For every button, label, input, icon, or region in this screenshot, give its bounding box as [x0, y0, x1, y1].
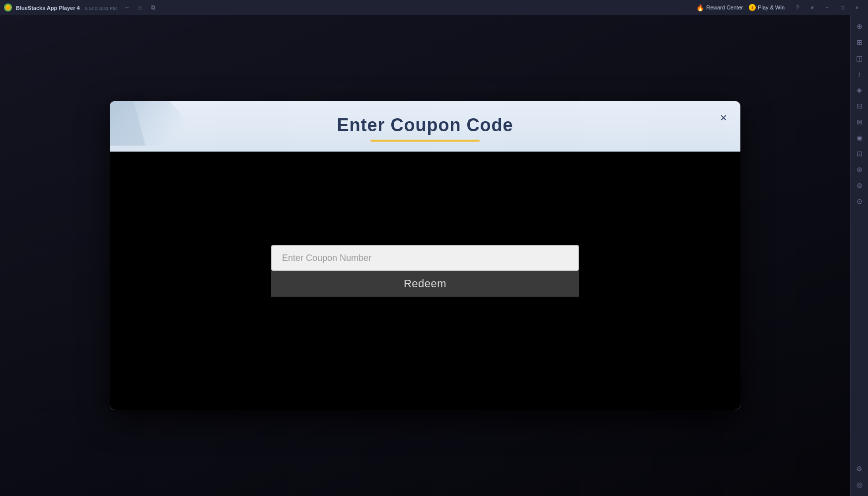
sidebar-btn-10[interactable]: ⊛ [852, 162, 867, 177]
titlebar-right: 🔥 Reward Center $ Play & Win ? ≡ − □ × [696, 2, 864, 13]
sidebar-btn-12[interactable]: ⊙ [852, 194, 867, 209]
coupon-modal: Enter Coupon Code × Redeem [110, 101, 740, 410]
app-version: 5.14.0.1041 P64 [85, 6, 118, 11]
modal-overlay: Enter Coupon Code × Redeem [0, 15, 850, 496]
window-controls: ? ≡ − □ × [791, 2, 864, 13]
coupon-number-input[interactable] [271, 245, 579, 271]
sidebar-btn-3[interactable]: ◫ [852, 51, 867, 66]
nav-back-button[interactable]: ← [122, 2, 133, 13]
modal-body: Redeem [110, 152, 740, 410]
sidebar-btn-11[interactable]: ⊚ [852, 178, 867, 193]
sidebar-user-btn[interactable]: ◎ [852, 477, 867, 492]
coin-icon: $ [749, 4, 756, 11]
sidebar-btn-1[interactable]: ⊕ [852, 19, 867, 34]
maximize-button[interactable]: □ [835, 2, 849, 13]
menu-button[interactable]: ≡ [805, 2, 819, 13]
titlebar: BlueStacks App Player 4 5.14.0.1041 P64 … [0, 0, 868, 15]
app-name: BlueStacks App Player 4 [16, 5, 80, 11]
main-content: Enter Coupon Code × Redeem [0, 15, 850, 496]
right-sidebar: ⊕ ⊞ ◫ ↕ ◈ ⊟ ⊠ ◉ ⊡ ⊛ ⊚ ⊙ ⚙ ◎ [850, 15, 868, 496]
modal-header: Enter Coupon Code × [110, 101, 740, 152]
nav-home-button[interactable]: ⌂ [135, 2, 145, 13]
flame-icon: 🔥 [696, 4, 704, 11]
reward-center-button[interactable]: 🔥 Reward Center [696, 4, 743, 11]
minimize-button[interactable]: − [820, 2, 834, 13]
titlebar-nav: ← ⌂ ⧉ [122, 2, 158, 13]
bluestacks-logo [4, 3, 12, 11]
sidebar-btn-8[interactable]: ◉ [852, 130, 867, 145]
sidebar-btn-6[interactable]: ⊟ [852, 98, 867, 113]
titlebar-left: BlueStacks App Player 4 5.14.0.1041 P64 … [4, 2, 158, 13]
play-win-button[interactable]: $ Play & Win [749, 4, 785, 11]
close-button[interactable]: × [850, 2, 864, 13]
sidebar-btn-2[interactable]: ⊞ [852, 35, 867, 50]
sidebar-btn-5[interactable]: ◈ [852, 83, 867, 97]
nav-copy-button[interactable]: ⧉ [147, 2, 158, 13]
play-win-label: Play & Win [758, 4, 785, 10]
modal-title: Enter Coupon Code [130, 115, 721, 136]
sidebar-btn-9[interactable]: ⊡ [852, 146, 867, 161]
redeem-button[interactable]: Redeem [271, 271, 579, 297]
modal-close-button[interactable]: × [715, 109, 732, 127]
app-name-group: BlueStacks App Player 4 5.14.0.1041 P64 [16, 3, 118, 12]
modal-title-underline [370, 140, 480, 142]
sidebar-btn-7[interactable]: ⊠ [852, 114, 867, 129]
sidebar-settings-btn[interactable]: ⚙ [852, 461, 867, 476]
reward-center-label: Reward Center [706, 4, 743, 10]
sidebar-btn-4[interactable]: ↕ [852, 67, 867, 82]
info-button[interactable]: ? [791, 2, 804, 13]
